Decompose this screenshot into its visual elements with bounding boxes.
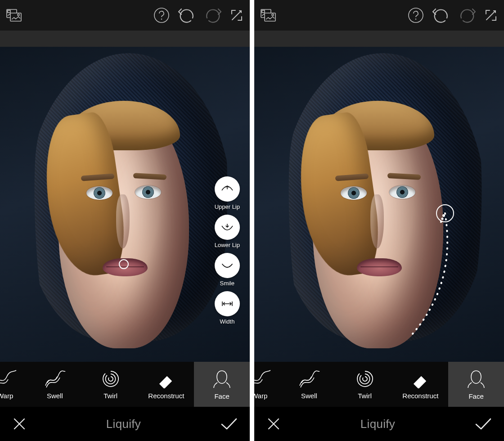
fullscreen-icon[interactable]: [484, 9, 498, 22]
compare-icon[interactable]: [261, 9, 276, 22]
radial-label: Smile: [220, 280, 235, 287]
fullscreen-icon[interactable]: [230, 9, 243, 22]
tool-label: Warp: [0, 392, 13, 400]
warp-icon: [0, 369, 17, 388]
svg-point-11: [415, 18, 416, 19]
tool-twirl[interactable]: Twirl: [83, 362, 139, 407]
twirl-icon: [101, 369, 121, 388]
compare-icon[interactable]: [6, 9, 22, 22]
tool-face[interactable]: Face: [194, 362, 250, 407]
face-submenu: Upper Lip Lower Lip: [215, 176, 240, 325]
svg-point-4: [154, 8, 169, 22]
smile-icon: [220, 258, 235, 273]
tool-label: Face: [214, 392, 229, 400]
tool-label: Twirl: [104, 392, 117, 400]
undo-icon[interactable]: [178, 7, 196, 23]
swell-icon: [44, 369, 66, 388]
radial-label: Upper Lip: [215, 203, 240, 210]
redo-icon[interactable]: [458, 7, 476, 23]
image-canvas[interactable]: Upper Lip Lower Lip: [0, 47, 250, 366]
svg-point-5: [161, 18, 162, 19]
tool-warp[interactable]: Warp: [254, 362, 281, 407]
redo-icon[interactable]: [204, 7, 222, 23]
tool-face[interactable]: Face: [448, 362, 504, 407]
lower-lip-icon: [220, 220, 235, 235]
svg-rect-1: [8, 10, 10, 13]
tool-label: Twirl: [358, 392, 372, 400]
tool-twirl[interactable]: Twirl: [337, 362, 393, 407]
warp-icon: [254, 369, 271, 388]
tool-warp[interactable]: Warp: [0, 362, 27, 407]
footer: Liquify: [0, 407, 250, 441]
tool-label: Reconstruct: [402, 392, 438, 400]
svg-rect-7: [262, 10, 265, 13]
reconstruct-icon: [410, 369, 430, 388]
upper-lip-icon: [220, 181, 235, 197]
tool-label: Warp: [254, 392, 267, 400]
footer: Liquify: [254, 407, 504, 441]
tool-swell[interactable]: Swell: [27, 362, 83, 407]
tool-reconstruct[interactable]: Reconstruct: [139, 362, 194, 407]
subbar: [254, 31, 504, 47]
cancel-button[interactable]: [266, 416, 281, 432]
twirl-icon: [355, 369, 375, 388]
image-canvas[interactable]: [254, 47, 504, 366]
smile-button[interactable]: [215, 253, 240, 278]
help-icon[interactable]: [153, 7, 170, 23]
width-button[interactable]: [215, 291, 240, 316]
subbar: [0, 31, 250, 47]
cancel-button[interactable]: [12, 416, 27, 432]
tool-label: Swell: [301, 392, 317, 400]
mode-title: Liquify: [360, 417, 395, 431]
topbar: [0, 0, 250, 31]
tool-label: Reconstruct: [148, 392, 184, 400]
editor-pane-right: Warp Swell: [254, 0, 504, 441]
mode-title: Liquify: [106, 417, 141, 431]
tool-label: Swell: [47, 392, 63, 400]
portrait-image: [0, 47, 250, 366]
width-icon: [220, 296, 235, 311]
confirm-button[interactable]: [474, 416, 492, 432]
help-icon[interactable]: [408, 7, 424, 23]
swell-icon: [298, 369, 320, 388]
tool-swell[interactable]: Swell: [281, 362, 337, 407]
liquify-toolbar: Warp Swell: [0, 362, 250, 407]
topbar: [254, 0, 504, 31]
face-icon: [466, 369, 486, 389]
portrait-image: [254, 47, 504, 366]
upper-lip-button[interactable]: [215, 176, 240, 202]
face-icon: [212, 369, 232, 389]
tool-label: Face: [468, 392, 483, 400]
confirm-button[interactable]: [220, 416, 238, 432]
liquify-toolbar: Warp Swell: [254, 362, 504, 407]
undo-icon[interactable]: [432, 7, 450, 23]
reconstruct-icon: [156, 369, 176, 388]
tool-reconstruct[interactable]: Reconstruct: [393, 362, 449, 407]
editor-pane-left: Upper Lip Lower Lip: [0, 0, 250, 441]
radial-label: Width: [220, 318, 234, 325]
svg-point-10: [409, 8, 423, 22]
radial-label: Lower Lip: [215, 242, 240, 248]
lower-lip-button[interactable]: [215, 215, 240, 240]
